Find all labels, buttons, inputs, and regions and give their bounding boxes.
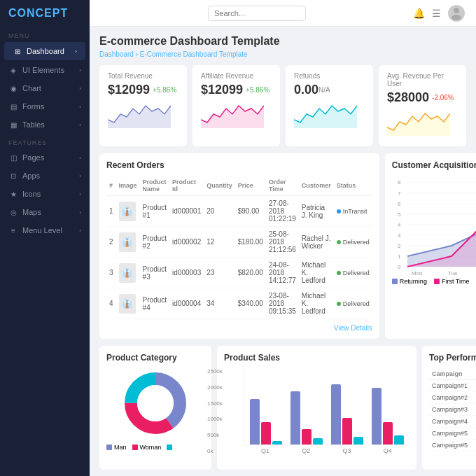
bar-woman — [302, 429, 312, 444]
svg-point-32 — [137, 385, 174, 421]
order-num: 3 — [106, 258, 116, 288]
status-badge: Delivered — [337, 239, 370, 246]
dashboard-icon: ⊞ — [13, 46, 22, 56]
grid-icon[interactable]: ☰ — [432, 8, 441, 19]
sidebar-item-forms[interactable]: ▤ Forms › — [0, 97, 90, 115]
view-details-link[interactable]: View Details — [334, 324, 372, 332]
order-price: $820.00 — [235, 258, 266, 288]
orders-title: Recent Orders — [106, 160, 372, 170]
sidebar-item-dashboard[interactable]: ⊞ Dashboard › — [4, 42, 85, 60]
menu-level-icon: ≡ — [8, 225, 18, 235]
sidebar-label-maps: Maps — [22, 208, 41, 216]
camp-name: Campaign#5 — [429, 428, 476, 440]
legend-label-firsttime: First Time — [442, 278, 470, 285]
sidebar-item-pages[interactable]: ◫ Pages › — [0, 148, 90, 167]
order-customer: Rachel J. Wicker — [299, 227, 334, 258]
sidebar-item-icons[interactable]: ★ Icons › — [0, 185, 90, 203]
sidebar-item-apps[interactable]: ⊡ Apps › — [0, 167, 90, 185]
order-image: 👔 — [116, 227, 140, 258]
col-qty: Quantity — [204, 176, 235, 196]
status-badge: InTransit — [337, 208, 368, 215]
stat-value: $28000 — [387, 90, 429, 105]
avatar[interactable] — [448, 5, 465, 22]
bar-woman — [342, 418, 352, 444]
stat-label: Refunds — [294, 72, 320, 80]
product-img: 👔 — [119, 232, 136, 252]
bar-chart — [244, 368, 410, 445]
legend-label-man: Man — [114, 444, 127, 451]
stat-label: Affiliate Revenue — [201, 72, 253, 80]
svg-text:6: 6 — [398, 201, 401, 207]
order-price: $90.00 — [235, 196, 266, 227]
sidebar-item-tables[interactable]: ▦ Tables › — [0, 115, 90, 134]
order-price: $340.00 — [235, 288, 266, 319]
sparkline — [387, 108, 458, 139]
icons-icon: ★ — [8, 189, 18, 199]
chevron-icon-2: › — [79, 67, 81, 74]
chevron-icon-7: › — [79, 173, 81, 179]
order-customer: Michael K. Ledford — [299, 258, 334, 288]
order-name: Product #3 — [140, 258, 169, 288]
svg-marker-3 — [201, 106, 264, 128]
y-axis-labels: 2500k2000k1500k1000k500k0k — [207, 368, 223, 454]
order-customer: Patricia J. King — [299, 196, 334, 227]
stat-label: Total Revenue — [108, 72, 153, 80]
sidebar-label-tables: Tables — [22, 120, 45, 129]
sidebar-item-maps[interactable]: ◎ Maps › — [0, 203, 90, 221]
stat-value: $12099 — [201, 83, 243, 97]
bar-group — [250, 399, 282, 444]
legend-man: Man — [106, 444, 127, 451]
order-qty: 23 — [204, 258, 235, 288]
stat-header: Total Revenue — [108, 72, 178, 83]
sidebar-label-forms: Forms — [22, 102, 44, 111]
acquisition-card: Customer Acquisition 8 7 6 5 4 3 2 1 0 — [385, 153, 476, 339]
bar-man — [372, 388, 382, 444]
stat-value: 0.00 — [294, 83, 318, 97]
bar-group — [372, 388, 404, 444]
order-time: 27-08-2018 01:22:19 — [266, 196, 299, 227]
menu-section-label: MENU — [0, 27, 90, 41]
donut-chart — [106, 368, 204, 438]
forms-icon: ▤ — [8, 102, 18, 111]
legend-woman: Woman — [132, 444, 162, 451]
breadcrumb-home[interactable]: Dashboard — [99, 50, 134, 58]
product-img: 👔 — [119, 202, 136, 221]
view-details[interactable]: View Details — [106, 323, 372, 332]
sidebar-item-chart[interactable]: ◉ Chart › — [0, 79, 90, 97]
stat-label: Avg. Revenue Per User — [387, 72, 458, 88]
camp-name: Campaign#3 — [429, 404, 476, 416]
table-row: 2 👔 Product #2 id000002 12 $180.00 25-08… — [106, 227, 372, 258]
sidebar-item-ui-elements[interactable]: ◈ UI Elements › — [0, 61, 90, 79]
legend-label-woman: Woman — [140, 444, 162, 451]
header-icons: 🔔 ☰ — [413, 5, 465, 22]
bar-man — [290, 391, 300, 444]
bar-group — [331, 384, 363, 444]
maps-icon: ◎ — [8, 207, 18, 217]
legend-firsttime: First Time — [434, 278, 470, 285]
stat-value-row: $12099 +5.86% — [201, 83, 272, 97]
bar-man — [331, 384, 341, 444]
main-content: 🔔 ☰ E-commerce Dashboard Template Dashbo… — [90, 0, 476, 476]
order-id: id000001 — [169, 196, 204, 227]
order-qty: 20 — [204, 196, 235, 227]
stat-value-row: $28000 -2.06% — [387, 90, 458, 105]
bell-icon[interactable]: 🔔 — [413, 8, 425, 19]
svg-text:1: 1 — [398, 253, 401, 260]
campaign-details-link[interactable]: Details — [429, 454, 476, 463]
chart-icon: ◉ — [8, 83, 18, 93]
order-qty: 12 — [204, 227, 235, 258]
chevron-icon-8: › — [79, 191, 81, 197]
chevron-icon-6: › — [79, 155, 81, 161]
search-input[interactable] — [208, 6, 306, 21]
sidebar-item-menu-level[interactable]: ≡ Menu Level › — [0, 221, 90, 239]
stat-header: Affiliate Revenue — [201, 72, 272, 83]
acquisition-title: Customer Acquisition — [392, 160, 476, 170]
stat-header: Avg. Revenue Per User — [387, 72, 458, 90]
order-name: Product #4 — [140, 288, 169, 319]
legend-dot-woman — [132, 444, 138, 450]
order-num: 2 — [106, 227, 116, 258]
bar-kids — [313, 438, 323, 444]
status-dot — [337, 271, 341, 275]
bar-x-labels: Q1Q2Q3Q4 — [244, 447, 410, 454]
svg-text:Tue: Tue — [448, 270, 458, 276]
